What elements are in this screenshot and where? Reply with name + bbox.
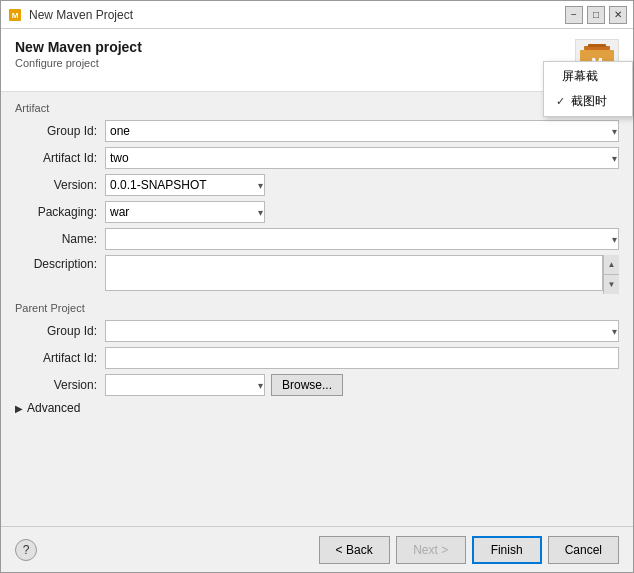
artifact-id-field-wrapper: ▾ — [105, 147, 619, 169]
advanced-label: Advanced — [27, 401, 80, 415]
browse-button[interactable]: Browse... — [271, 374, 343, 396]
page-subtitle: Configure project — [15, 57, 142, 69]
version-row: Version: 0.0.1-SNAPSHOT ▾ — [15, 174, 619, 196]
name-field-wrapper: ▾ — [105, 228, 619, 250]
description-input[interactable] — [105, 255, 603, 291]
parent-version-select[interactable] — [105, 374, 265, 396]
name-row: Name: ▾ — [15, 228, 619, 250]
group-id-label: Group Id: — [15, 124, 105, 138]
artifact-section-label: Artifact — [15, 102, 619, 114]
name-input[interactable] — [105, 228, 619, 250]
svg-rect-4 — [588, 44, 606, 47]
main-window: M New Maven Project − □ ✕ New Maven proj… — [0, 0, 634, 573]
title-bar: M New Maven Project − □ ✕ — [1, 1, 633, 29]
next-button[interactable]: Next > — [396, 536, 466, 564]
parent-version-wrapper: ▾ — [105, 374, 265, 396]
group-id-input[interactable] — [105, 120, 619, 142]
advanced-expand-icon: ▶ — [15, 403, 23, 414]
window-icon: M — [7, 7, 23, 23]
header-text: New Maven project Configure project — [15, 39, 142, 69]
context-menu-item-1-label: 屏幕截 — [562, 68, 598, 85]
minimize-button[interactable]: − — [565, 6, 583, 24]
context-check-2: ✓ — [556, 95, 565, 108]
finish-button[interactable]: Finish — [472, 536, 542, 564]
description-row: Description: ▲ ▼ — [15, 255, 619, 294]
description-arrows: ▲ ▼ — [603, 255, 619, 294]
window-controls: − □ ✕ — [565, 6, 627, 24]
parent-group-id-row: Group Id: ▾ — [15, 320, 619, 342]
restore-button[interactable]: □ — [587, 6, 605, 24]
version-label: Version: — [15, 178, 105, 192]
packaging-row: Packaging: war jar pom ear ▾ — [15, 201, 619, 223]
description-label: Description: — [15, 255, 105, 271]
name-label: Name: — [15, 232, 105, 246]
content-area: Artifact Group Id: ▾ Artifact Id: ▾ Vers… — [1, 92, 633, 526]
help-button[interactable]: ? — [15, 539, 37, 561]
context-menu: 屏幕截 ✓ 截图时 — [543, 61, 633, 117]
group-id-row: Group Id: ▾ — [15, 120, 619, 142]
footer-buttons: < Back Next > Finish Cancel — [319, 536, 619, 564]
close-button[interactable]: ✕ — [609, 6, 627, 24]
parent-group-id-wrapper: ▾ — [105, 320, 619, 342]
description-down-button[interactable]: ▼ — [604, 275, 619, 294]
description-field-wrapper: ▲ ▼ — [105, 255, 619, 294]
packaging-select-wrapper: war jar pom ear ▾ — [105, 201, 265, 223]
artifact-id-label: Artifact Id: — [15, 151, 105, 165]
footer: ? < Back Next > Finish Cancel — [1, 526, 633, 572]
parent-artifact-id-row: Artifact Id: — [15, 347, 619, 369]
artifact-id-input[interactable] — [105, 147, 619, 169]
packaging-select[interactable]: war jar pom ear — [105, 201, 265, 223]
cancel-button[interactable]: Cancel — [548, 536, 619, 564]
artifact-id-row: Artifact Id: ▾ — [15, 147, 619, 169]
parent-artifact-id-input[interactable] — [105, 347, 619, 369]
packaging-label: Packaging: — [15, 205, 105, 219]
context-menu-item-1[interactable]: 屏幕截 — [544, 64, 632, 89]
group-id-field-wrapper: ▾ — [105, 120, 619, 142]
parent-section-label: Parent Project — [15, 302, 619, 314]
parent-version-label: Version: — [15, 378, 105, 392]
parent-version-row: Version: ▾ Browse... — [15, 374, 619, 396]
description-up-button[interactable]: ▲ — [604, 255, 619, 275]
context-menu-item-2[interactable]: ✓ 截图时 — [544, 89, 632, 114]
advanced-section[interactable]: ▶ Advanced — [15, 401, 619, 415]
back-button[interactable]: < Back — [319, 536, 390, 564]
version-select-wrapper: 0.0.1-SNAPSHOT ▾ — [105, 174, 265, 196]
context-menu-item-2-label: 截图时 — [571, 93, 607, 110]
parent-group-id-input[interactable] — [105, 320, 619, 342]
parent-artifact-id-label: Artifact Id: — [15, 351, 105, 365]
svg-text:M: M — [12, 11, 19, 20]
parent-group-id-label: Group Id: — [15, 324, 105, 338]
header: New Maven project Configure project M — [1, 29, 633, 92]
version-select[interactable]: 0.0.1-SNAPSHOT — [105, 174, 265, 196]
page-title: New Maven project — [15, 39, 142, 55]
window-title: New Maven Project — [29, 8, 565, 22]
